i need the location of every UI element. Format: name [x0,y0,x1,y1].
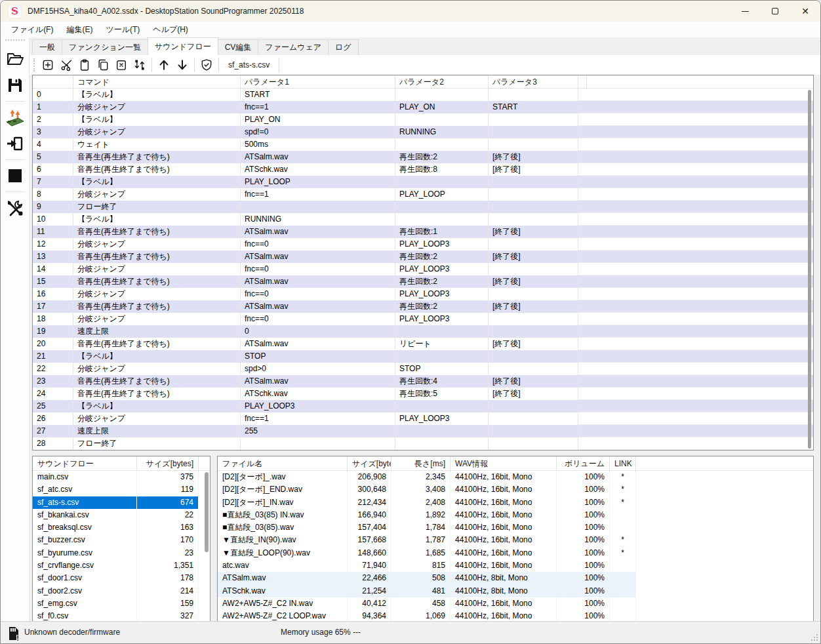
flow-cell[interactable]: 再生回数:2 [395,251,489,263]
wav-file-cell[interactable]: 458 [391,597,451,610]
flow-row[interactable]: 9フロー終了 [33,201,813,213]
wav-file-cell[interactable]: 157,404 [348,521,391,534]
wav-file-cell[interactable]: 100% [557,496,610,509]
flow-cell[interactable]: 27 [33,425,73,437]
wav-file-cell[interactable]: 100% [557,509,610,521]
flow-cell[interactable]: 0 [241,325,395,338]
soundflow-name[interactable]: sf_atc.csv [33,483,137,496]
flow-cell[interactable]: STOP [241,350,395,363]
flow-row[interactable]: 3分岐ジャンプspd!=0RUNNING [33,126,813,138]
maximize-button[interactable] [760,1,790,22]
close-button[interactable]: ✕ [790,1,820,22]
soundflow-row[interactable]: sf_door2.csv214 [33,585,210,597]
wav-file-cell[interactable]: 1,787 [391,534,451,546]
soundflow-row[interactable]: sf_ats-s.csv674 [33,496,210,509]
wav-file-cell[interactable]: 212,434 [348,496,391,509]
flow-cell[interactable] [395,138,489,151]
soundflow-name[interactable]: sf_buzzer.csv [33,534,137,546]
flow-cell[interactable]: 28 [33,437,73,450]
flow-cell[interactable]: 23 [33,375,73,388]
soundflow-size[interactable]: 22 [137,509,199,521]
wav-file-cell[interactable]: [D2][ターボ]_IN.wav [218,496,348,509]
flow-cell[interactable] [489,263,578,275]
soundflow-name[interactable]: sf_crvflange.csv [33,559,137,572]
soundflow-row[interactable]: sf_bkankai.csv22 [33,509,210,521]
wav-file-cell[interactable]: 100% [557,471,610,483]
wav-file-cell[interactable]: 44100Hz, 8bit, Mono [451,572,557,584]
flow-cell[interactable]: 音再生(再生終了まで待ち) [73,338,241,350]
wav-file-cell[interactable]: ■直結段_03(85).wav [218,521,348,534]
wav-file-cell[interactable]: 100% [557,534,610,546]
file-col-header-3[interactable]: WAV情報 [451,456,557,470]
soundflow-list-scrollbar[interactable] [205,472,209,620]
soundflow-row[interactable]: sf_atc.csv119 [33,483,210,496]
flow-cell[interactable]: PLAY_LOOP3 [395,413,489,425]
soundflow-row[interactable]: main.csv375 [33,471,210,483]
tab-5[interactable]: ログ [328,39,359,55]
wav-file-row[interactable]: ATSalm.wav22,46650844100Hz, 8bit, Mono10… [218,572,813,584]
soundflow-name[interactable]: sf_emg.csv [33,597,137,610]
soundflow-list-scrollbar-thumb[interactable] [205,472,209,552]
wav-file-row[interactable]: ■直結段_03(85).wav157,4041,78444100Hz, 16bi… [218,521,813,534]
wav-file-row[interactable]: [D2][ターボ]_IN.wav212,4342,40844100Hz, 16b… [218,496,813,509]
flow-cell[interactable] [489,201,578,213]
flow-cell[interactable] [395,437,489,450]
sidebar-write-flash-button[interactable] [3,106,27,129]
soundflow-size[interactable]: 170 [137,534,199,546]
soundflow-size[interactable]: 163 [137,521,199,534]
wav-file-cell[interactable]: * [610,483,636,496]
wav-file-cell[interactable]: 21,254 [348,585,391,597]
wav-file-cell[interactable]: 300,648 [348,483,391,496]
wav-file-cell[interactable]: 148,660 [348,547,391,559]
flow-cell[interactable]: [終了後] [489,163,578,176]
tab-0[interactable]: 一般 [32,39,62,55]
flow-row[interactable]: 22分岐ジャンプspd>0STOP [33,363,813,375]
sidebar-grip[interactable] [5,39,25,41]
wav-file-cell[interactable]: 100% [557,597,610,610]
wav-file-cell[interactable]: 100% [557,521,610,534]
flow-cell[interactable]: 25 [33,400,73,413]
soundflow-row[interactable]: sf_door1.csv178 [33,572,210,584]
wav-file-cell[interactable] [610,509,636,521]
flow-cell[interactable]: ATSalm.wav [241,275,395,288]
flow-row[interactable]: 0【ラベル】START [33,89,813,101]
flow-cell[interactable]: フロー終了 [73,201,241,213]
wav-file-cell[interactable]: 3,408 [391,483,451,496]
flow-cell[interactable] [395,325,489,338]
flow-row[interactable]: 4ウェイト500ms [33,138,813,151]
flow-cell[interactable] [489,425,578,437]
wav-file-cell[interactable]: 44100Hz, 16bit, Mono [451,547,557,559]
wav-file-cell[interactable]: 157,668 [348,534,391,546]
flow-cell[interactable] [395,89,489,101]
flow-cell[interactable]: fnc==0 [241,238,395,251]
flow-cell[interactable]: RUNNING [241,213,395,226]
cut-button[interactable] [57,56,75,73]
flow-cell[interactable]: PLAY_LOOP3 [395,313,489,325]
tab-4[interactable]: ファームウェア [258,39,329,55]
flow-cell[interactable]: 0 [33,89,73,101]
flow-cell[interactable]: PLAY_LOOP [395,188,489,201]
flow-row[interactable]: 6音再生(再生終了まで待ち)ATSchk.wav再生回数:8[終了後] [33,163,813,176]
soundflow-name[interactable]: sf_door2.csv [33,585,137,597]
flow-row[interactable]: 14分岐ジャンプfnc==0PLAY_LOOP3 [33,263,813,275]
wav-file-cell[interactable]: ATSchk.wav [218,585,348,597]
flow-cell[interactable]: 13 [33,251,73,263]
flow-cell[interactable]: 9 [33,201,73,213]
flow-cell[interactable]: START [489,101,578,113]
sidebar-save-button[interactable] [3,73,27,97]
wav-file-cell[interactable]: 22,466 [348,572,391,584]
flow-cell[interactable]: 分岐ジャンプ [73,263,241,275]
flow-cell[interactable]: 音再生(再生終了まで待ち) [73,388,241,400]
flow-cell[interactable]: PLAY_LOOP [241,176,395,188]
flow-cell[interactable] [489,89,578,101]
menu-item-2[interactable]: ツール(T) [99,22,146,37]
flow-cell[interactable]: 【ラベル】 [73,213,241,226]
flow-cell[interactable] [395,201,489,213]
flow-row[interactable]: 23音再生(再生終了まで待ち)ATSalm.wav再生回数:4[終了後] [33,375,813,388]
wav-file-row[interactable]: ATSchk.wav21,25448144100Hz, 8bit, Mono10… [218,585,813,597]
flow-row[interactable]: 12分岐ジャンプfnc==0PLAY_LOOP3 [33,238,813,251]
flow-cell[interactable] [395,350,489,363]
flow-cell[interactable]: PLAY_ON [395,101,489,113]
flow-cell[interactable]: 音再生(再生終了まで待ち) [73,375,241,388]
flow-cell[interactable]: 分岐ジャンプ [73,413,241,425]
